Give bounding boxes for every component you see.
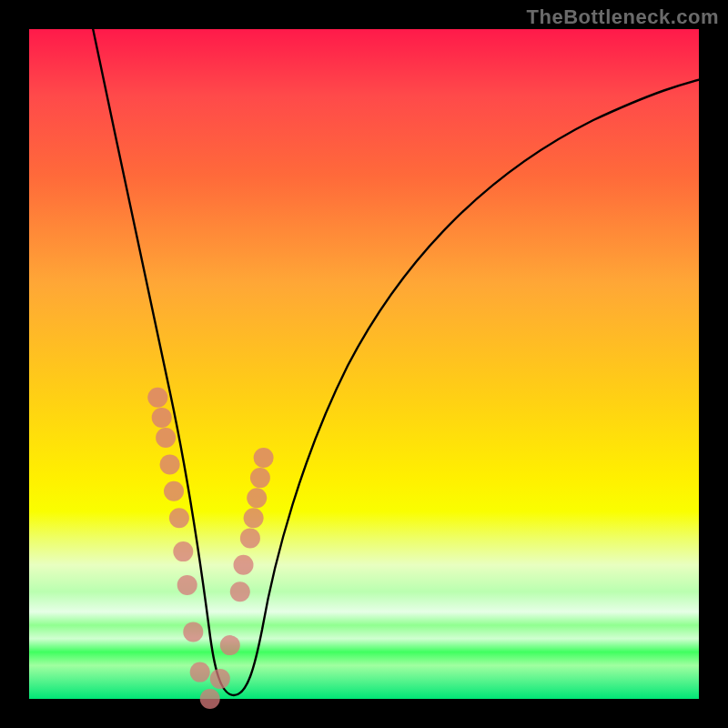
- sample-dot: [147, 388, 167, 408]
- plot-area: [29, 29, 699, 699]
- sample-dot: [250, 468, 270, 488]
- sample-dot: [190, 662, 210, 682]
- chart-svg: [29, 29, 699, 699]
- sample-dot: [244, 508, 264, 528]
- outer-frame: TheBottleneck.com: [0, 0, 728, 728]
- sample-dot: [234, 555, 254, 575]
- sample-dot: [240, 528, 260, 548]
- sample-dot: [220, 635, 240, 655]
- watermark-text: TheBottleneck.com: [527, 5, 719, 29]
- sample-dot: [156, 428, 176, 448]
- sample-dot: [160, 454, 180, 474]
- sample-dot: [169, 508, 189, 528]
- sample-dot: [230, 581, 250, 602]
- sample-dot: [152, 408, 172, 428]
- sample-dot: [254, 448, 274, 468]
- sample-dot: [177, 575, 197, 595]
- sample-dot: [247, 488, 267, 508]
- sample-dot: [183, 622, 203, 642]
- sample-dot: [210, 669, 230, 689]
- sample-dot: [164, 481, 184, 501]
- sample-dot: [200, 689, 220, 709]
- sample-dot: [173, 541, 193, 561]
